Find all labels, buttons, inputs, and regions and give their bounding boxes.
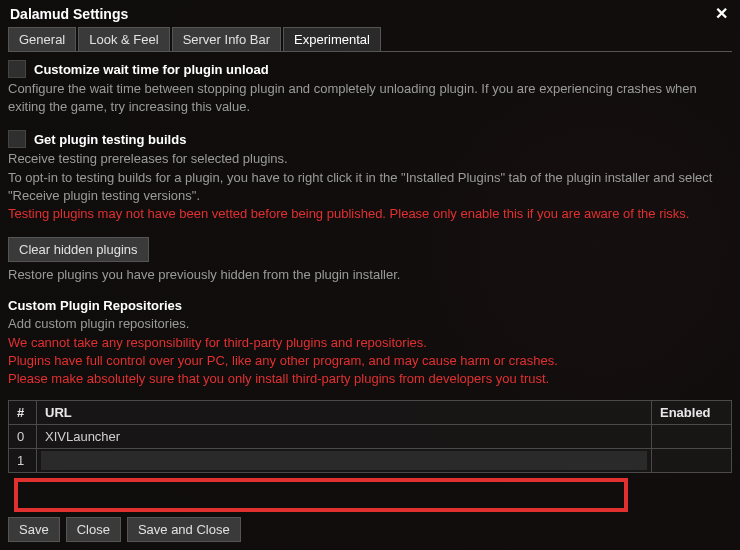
warn-testing: Testing plugins may not have been vetted… xyxy=(8,205,732,223)
settings-window: Dalamud Settings ✕ General Look & Feel S… xyxy=(0,0,740,550)
label-customize-wait: Customize wait time for plugin unload xyxy=(34,62,269,77)
col-header-index: # xyxy=(9,401,37,425)
content-area: General Look & Feel Server Info Bar Expe… xyxy=(0,27,740,473)
desc-testing-2: To opt-in to testing builds for a plugin… xyxy=(8,169,732,205)
tab-bar: General Look & Feel Server Info Bar Expe… xyxy=(8,27,732,52)
label-testing-builds: Get plugin testing builds xyxy=(34,132,186,147)
desc-testing-1: Receive testing prereleases for selected… xyxy=(8,150,732,168)
tab-look-and-feel[interactable]: Look & Feel xyxy=(78,27,169,51)
footer-buttons: Save Close Save and Close xyxy=(8,517,241,542)
close-icon[interactable]: ✕ xyxy=(711,4,732,23)
cell-index-1: 1 xyxy=(9,449,37,473)
save-and-close-button[interactable]: Save and Close xyxy=(127,517,241,542)
tab-general[interactable]: General xyxy=(8,27,76,51)
section-unload: Customize wait time for plugin unload Co… xyxy=(8,60,732,116)
tab-experimental[interactable]: Experimental xyxy=(283,27,381,51)
warn-repos-2: Plugins have full control over your PC, … xyxy=(8,352,732,370)
clear-hidden-button[interactable]: Clear hidden plugins xyxy=(8,237,149,262)
warn-repos-1: We cannot take any responsibility for th… xyxy=(8,334,732,352)
heading-repos: Custom Plugin Repositories xyxy=(8,298,732,313)
tab-server-info-bar[interactable]: Server Info Bar xyxy=(172,27,281,51)
table-row: 1 xyxy=(9,449,732,473)
cell-url-1 xyxy=(37,449,652,473)
cell-url-0: XIVLauncher xyxy=(37,425,652,449)
table-row: 0 XIVLauncher xyxy=(9,425,732,449)
title-bar: Dalamud Settings ✕ xyxy=(0,0,740,27)
desc-repos: Add custom plugin repositories. xyxy=(8,315,732,333)
cell-enabled-1 xyxy=(652,449,732,473)
close-button[interactable]: Close xyxy=(66,517,121,542)
checkbox-testing-builds[interactable] xyxy=(8,130,26,148)
cell-index-0: 0 xyxy=(9,425,37,449)
highlight-annotation xyxy=(14,478,628,512)
col-header-url: URL xyxy=(37,401,652,425)
save-button[interactable]: Save xyxy=(8,517,60,542)
repo-url-input[interactable] xyxy=(41,451,647,470)
checkbox-customize-wait[interactable] xyxy=(8,60,26,78)
repo-table: # URL Enabled 0 XIVLauncher 1 xyxy=(8,400,732,473)
col-header-enabled: Enabled xyxy=(652,401,732,425)
section-repos: Custom Plugin Repositories Add custom pl… xyxy=(8,298,732,473)
section-hidden: Clear hidden plugins Restore plugins you… xyxy=(8,237,732,284)
warn-repos-3: Please make absolutely sure that you onl… xyxy=(8,370,732,388)
desc-hidden: Restore plugins you have previously hidd… xyxy=(8,266,732,284)
desc-customize-wait: Configure the wait time between stopping… xyxy=(8,80,732,116)
cell-enabled-0 xyxy=(652,425,732,449)
section-testing: Get plugin testing builds Receive testin… xyxy=(8,130,732,223)
window-title: Dalamud Settings xyxy=(10,6,128,22)
